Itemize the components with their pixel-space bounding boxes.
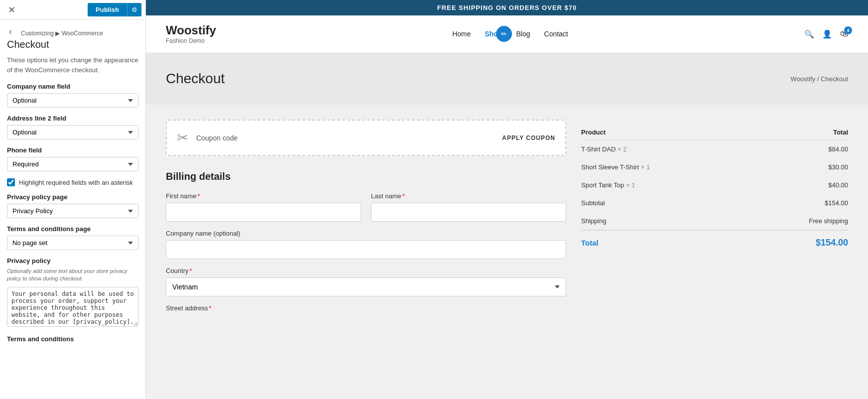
shipping-label: Shipping <box>581 212 751 231</box>
apply-coupon-button[interactable]: APPLY COUPON <box>502 134 555 141</box>
breadcrumb-section: WooCommerce <box>62 30 103 37</box>
edit-pencil-icon[interactable]: ✏ <box>496 26 512 42</box>
shipping-row: Shipping Free shipping <box>581 212 848 231</box>
privacy-policy-page-select[interactable]: Privacy Policy No page set <box>7 204 138 218</box>
privacy-policy-textarea[interactable]: Your personal data will be used to proce… <box>7 287 138 327</box>
required-star: * <box>197 192 200 200</box>
panel-content: These options let you change the appeara… <box>0 55 145 399</box>
total-row: Total $154.00 <box>581 230 848 253</box>
street-label: Street address* <box>166 304 566 312</box>
product-header: Product <box>581 125 751 140</box>
breadcrumb-hero-current: Checkout <box>821 75 848 83</box>
company-label: Company name (optional) <box>166 230 566 237</box>
subtotal-value: $154.00 <box>751 194 848 212</box>
breadcrumb-root: Customizing <box>21 30 54 37</box>
first-name-label: First name* <box>166 192 361 200</box>
site-logo-wrap: Woostify Fashion Demo <box>166 23 216 44</box>
country-label: Country* <box>166 267 566 274</box>
country-select[interactable]: Vietnam <box>166 277 566 296</box>
cart-badge: 4 <box>844 26 852 34</box>
breadcrumb: Customizing ▶ WooCommerce <box>14 25 110 38</box>
company-input[interactable] <box>166 240 566 259</box>
last-name-group: Last name* <box>371 192 566 222</box>
search-icon: 🔍 <box>804 30 814 38</box>
nav-blog[interactable]: Blog <box>516 30 530 38</box>
last-name-input[interactable] <box>371 203 566 222</box>
address-line2-field-select[interactable]: Optional Hidden Required <box>7 125 138 139</box>
gear-icon: ⚙ <box>131 6 137 13</box>
user-icon: 👤 <box>822 30 832 38</box>
back-button[interactable]: ‹ <box>7 26 14 37</box>
total-label: Total <box>581 230 751 253</box>
subtotal-label: Subtotal <box>581 194 751 212</box>
company-group: Company name (optional) <box>166 230 566 259</box>
terms-conditions-heading: Terms and conditions <box>7 335 138 343</box>
last-name-label: Last name* <box>371 192 566 200</box>
table-row: Sport Tank Top × 1 $40.00 <box>581 176 848 194</box>
privacy-policy-section-heading: Privacy policy <box>7 257 138 265</box>
billing-title: Billing details <box>166 171 566 182</box>
company-name-field-select[interactable]: Optional Hidden Required <box>7 93 138 108</box>
account-button[interactable]: 👤 <box>822 29 832 39</box>
site-tagline: Fashion Demo <box>166 37 216 44</box>
publish-area: Publish ⚙ <box>88 3 141 16</box>
country-group: Country* Vietnam <box>166 267 566 296</box>
total-header: Total <box>751 125 848 140</box>
breadcrumb-hero-root: Woostify <box>791 75 816 83</box>
subtotal-row: Subtotal $154.00 <box>581 194 848 212</box>
cart-wrap: 🛍 4 <box>840 29 848 38</box>
terms-page-select[interactable]: No page set Terms and Conditions <box>7 236 138 250</box>
breadcrumb-hero-sep: / <box>817 75 819 83</box>
coupon-icon: ✂ <box>177 130 188 146</box>
panel-title: Checkout <box>0 38 145 55</box>
first-name-group: First name* <box>166 192 361 222</box>
total-value: $154.00 <box>751 230 848 253</box>
publish-settings-button[interactable]: ⚙ <box>127 3 141 16</box>
close-button[interactable]: ✕ <box>4 2 19 17</box>
item-price: $40.00 <box>751 176 848 194</box>
publish-button[interactable]: Publish <box>88 3 127 16</box>
nav-home[interactable]: Home <box>452 30 471 38</box>
breadcrumb-hero: Woostify / Checkout <box>791 75 848 83</box>
site-header: Woostify Fashion Demo ✏ Home Shop Blog C… <box>146 15 868 53</box>
item-price: $84.00 <box>751 140 848 158</box>
company-name-field-label: Company name field <box>7 83 138 90</box>
coupon-box: ✂ Coupon code APPLY COUPON <box>166 120 566 156</box>
page-hero: Checkout Woostify / Checkout <box>146 53 868 105</box>
required-star: * <box>402 192 405 200</box>
main-content: FREE SHIPPING ON ORDERS OVER $70 Woostif… <box>146 0 868 399</box>
page-hero-title: Checkout <box>166 71 225 87</box>
name-row: First name* Last name* <box>166 192 566 222</box>
privacy-policy-page-label: Privacy policy page <box>7 193 138 201</box>
highlight-required-label: Highlight required fields with an asteri… <box>19 179 133 186</box>
address-line2-field-label: Address line 2 field <box>7 115 138 122</box>
first-name-input[interactable] <box>166 203 361 222</box>
checkout-left: ✂ Coupon code APPLY COUPON Billing detai… <box>166 120 566 315</box>
site-logo: Woostify <box>166 23 216 37</box>
nav-contact[interactable]: Contact <box>544 30 568 38</box>
required-star: * <box>190 267 192 274</box>
phone-field-label: Phone field <box>7 146 138 154</box>
customizer-panel: ✕ Publish ⚙ ‹ Customizing ▶ WooCommerce … <box>0 0 146 399</box>
phone-field-select[interactable]: Optional Hidden Required <box>7 157 138 171</box>
checkout-main: ✂ Coupon code APPLY COUPON Billing detai… <box>146 105 868 330</box>
promo-bar: FREE SHIPPING ON ORDERS OVER $70 <box>146 0 868 15</box>
required-star: * <box>209 304 212 312</box>
breadcrumb-arrow: ▶ <box>55 30 61 37</box>
nav-icons: 🔍 👤 🛍 4 <box>804 29 848 39</box>
coupon-text: Coupon code <box>196 134 494 142</box>
panel-description: These options let you change the appeara… <box>7 55 138 75</box>
highlight-required-checkbox[interactable] <box>7 178 15 186</box>
street-group: Street address* <box>166 304 566 315</box>
table-row: T-Shirt DAD × 2 $84.00 <box>581 140 848 158</box>
item-name: Short Sleeve T-Shirt × 1 <box>581 158 751 176</box>
item-name: Sport Tank Top × 1 <box>581 176 751 194</box>
item-price: $30.00 <box>751 158 848 176</box>
highlight-required-row: Highlight required fields with an asteri… <box>7 178 138 186</box>
top-bar: ✕ Publish ⚙ <box>0 0 145 20</box>
terms-page-label: Terms and conditions page <box>7 225 138 233</box>
shipping-value: Free shipping <box>751 212 848 231</box>
table-row: Short Sleeve T-Shirt × 1 $30.00 <box>581 158 848 176</box>
order-summary: Product Total T-Shirt DAD × 2 $84.00 <box>581 120 848 315</box>
search-button[interactable]: 🔍 <box>804 29 814 39</box>
